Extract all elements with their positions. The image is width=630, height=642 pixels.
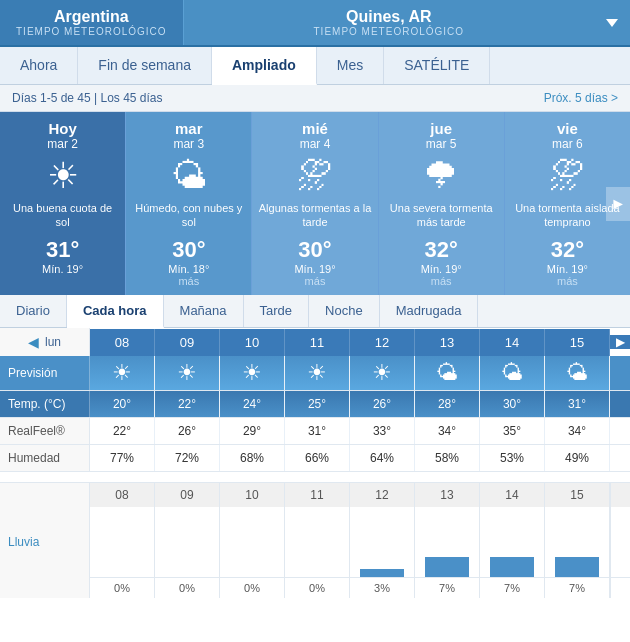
rain-pct-row: 0%0%0%0%3%7%7%7% [0,577,630,598]
rain-pct-7: 7% [545,577,610,598]
temp-min-1: Mín. 18° [132,263,245,275]
day-date-0: mar 2 [6,137,119,151]
hourly-humidity-2: 68% [220,445,285,471]
header-argentina-city: Argentina [16,8,167,26]
hourly-realfeel-cells: 22°26°29°31°33°34°35°34° [90,418,610,444]
forecast-card-1[interactable]: mar mar 3 🌤 Húmedo, con nubes y sol 30° … [126,112,252,295]
rain-pct-5: 7% [415,577,480,598]
tab-satelite[interactable]: SATÉLITE [384,47,490,84]
hourly-icon-3: ☀ [285,356,350,390]
forecast-card-0[interactable]: Hoy mar 2 ☀ Una buena cuota de sol 31° M… [0,112,126,295]
day-date-3: mar 5 [385,137,498,151]
hourly-hour-13: 13 [415,329,480,356]
forecast-card-3[interactable]: jue mar 5 🌩 Una severa tormenta más tard… [379,112,505,295]
rain-hour-10: 10 [220,483,285,507]
hourly-humidity-0: 77% [90,445,155,471]
hourly-humidity-6: 53% [480,445,545,471]
day-name-3: jue [385,120,498,137]
rain-hour-09: 09 [155,483,220,507]
hourly-hour-10: 10 [220,329,285,356]
sub-tab-noche[interactable]: Noche [309,295,380,327]
rain-pct-3: 0% [285,577,350,598]
sub-tab-cada-hora[interactable]: Cada hora [67,295,164,328]
hourly-icon-4: ☀ [350,356,415,390]
hourly-temp-cells: 20°22°24°25°26°28°30°31° [90,391,610,417]
hourly-temp-5: 28° [415,391,480,417]
hourly-humidity-cells: 77%72%68%66%64%58%53%49% [90,445,610,471]
hourly-header-row: ◀ lun 0809101112131415 ▶ [0,328,630,356]
hourly-realfeel-4: 33° [350,418,415,444]
temp-main-3: 32° [385,237,498,263]
rain-bar-cell-3 [285,507,350,577]
more-link-3[interactable]: más [385,275,498,287]
sub-tab-manana[interactable]: Mañana [164,295,244,327]
header-quines[interactable]: Quines, AR TIEMPO METEOROLÓGICO [184,0,594,45]
hourly-temp-3: 25° [285,391,350,417]
tab-mes[interactable]: Mes [317,47,384,84]
day-date-2: mar 4 [258,137,371,151]
rain-pct-spacer [0,577,90,598]
tab-ampliado[interactable]: Ampliado [212,47,317,85]
next-hour-arrow[interactable]: ▶ [610,335,630,349]
hourly-hours: 0809101112131415 [90,329,610,356]
rain-hour-08: 08 [90,483,155,507]
prev-arrow-icon[interactable]: ◀ [28,334,39,350]
more-link-1[interactable]: más [132,275,245,287]
rain-pcts: 0%0%0%0%3%7%7%7% [90,577,610,598]
hourly-label-temp: Temp. (°C) [0,391,90,417]
header-argentina[interactable]: Argentina TIEMPO METEOROLÓGICO [0,0,184,45]
rain-bar-cell-7 [545,507,610,577]
rain-hour-13: 13 [415,483,480,507]
tab-ahora[interactable]: Ahora [0,47,78,84]
hourly-temp-row: Temp. (°C) 20°22°24°25°26°28°30°31° [0,391,630,418]
temp-main-4: 32° [511,237,624,263]
hourly-icon-7: 🌤 [545,356,610,390]
rain-hour-14: 14 [480,483,545,507]
hourly-humidity-5: 58% [415,445,480,471]
rain-chart-label: Lluvia [0,507,90,577]
hourly-realfeel-0: 22° [90,418,155,444]
rain-label-link[interactable]: Lluvia [8,535,39,549]
next-arrow-icon[interactable]: ► [606,187,630,221]
rain-hour-11: 11 [285,483,350,507]
info-bar-left: Días 1-5 de 45 | Los 45 días [12,91,163,105]
weather-icon-2: ⛈ [258,155,371,197]
rain-pct-4: 3% [350,577,415,598]
info-bar-right[interactable]: Próx. 5 días > [544,91,618,105]
sub-tab-diario[interactable]: Diario [0,295,67,327]
rain-header-row: 0809101112131415 [0,483,630,507]
hourly-realfeel-6: 35° [480,418,545,444]
forecast-row: Hoy mar 2 ☀ Una buena cuota de sol 31° M… [0,112,630,295]
rain-hour-12: 12 [350,483,415,507]
rain-pct-2: 0% [220,577,285,598]
hourly-temp-4: 26° [350,391,415,417]
hourly-humidity-4: 64% [350,445,415,471]
day-date-1: mar 3 [132,137,245,151]
hourly-realfeel-row: RealFeel® 22°26°29°31°33°34°35°34° [0,418,630,445]
sub-tab-tarde[interactable]: Tarde [244,295,310,327]
header-dropdown[interactable] [594,0,630,45]
forecast-card-2[interactable]: mié mar 4 ⛈ Algunas tormentas a la tarde… [252,112,378,295]
hourly-icon-5: 🌤 [415,356,480,390]
hourly-realfeel-3: 31° [285,418,350,444]
hourly-hour-12: 12 [350,329,415,356]
more-link-2[interactable]: más [258,275,371,287]
more-link-4[interactable]: más [511,275,624,287]
rain-pct-6: 7% [480,577,545,598]
tab-fin-de-semana[interactable]: Fin de semana [78,47,212,84]
header: Argentina TIEMPO METEOROLÓGICO Quines, A… [0,0,630,47]
weather-desc-3: Una severa tormenta más tarde [385,201,498,237]
rain-bar-cell-6 [480,507,545,577]
hourly-temp-1: 22° [155,391,220,417]
rain-bar-6 [490,557,535,577]
hourly-realfeel-5: 34° [415,418,480,444]
rain-section: 0809101112131415 Lluvia 0%0%0%0%3%7%7%7% [0,482,630,598]
hourly-temp-7: 31° [545,391,610,417]
rain-bar-7 [555,557,600,577]
forecast-card-4[interactable]: vie mar 6 ⛈ Una tormenta aislada tempran… [505,112,630,295]
temp-min-0: Mín. 19° [6,263,119,275]
header-quines-subtitle: TIEMPO METEOROLÓGICO [200,26,578,37]
hourly-humidity-3: 66% [285,445,350,471]
hourly-label-humidity: Humedad [0,445,90,471]
sub-tab-madrugada[interactable]: Madrugada [380,295,479,327]
